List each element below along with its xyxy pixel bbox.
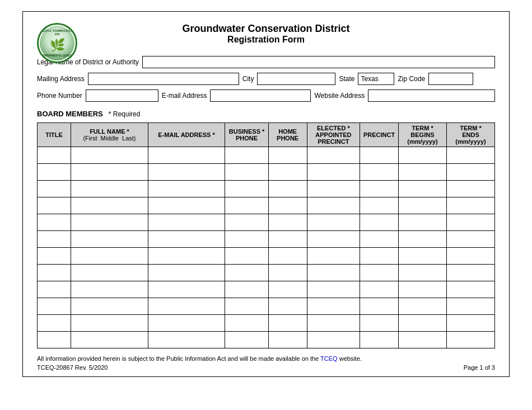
table-cell[interactable]	[307, 298, 360, 315]
table-cell[interactable]	[71, 265, 148, 281]
table-cell[interactable]	[360, 315, 399, 332]
table-cell[interactable]	[71, 332, 148, 348]
table-cell[interactable]	[360, 231, 399, 248]
table-cell[interactable]	[360, 281, 399, 298]
table-cell[interactable]	[446, 181, 494, 197]
table-cell[interactable]	[71, 181, 148, 197]
table-cell[interactable]	[225, 281, 268, 298]
table-cell[interactable]	[307, 147, 360, 164]
table-cell[interactable]	[360, 298, 399, 315]
table-cell[interactable]	[398, 181, 446, 197]
table-cell[interactable]	[398, 332, 446, 348]
table-cell[interactable]	[398, 298, 446, 315]
table-cell[interactable]	[38, 164, 71, 181]
table-cell[interactable]	[446, 315, 494, 332]
table-cell[interactable]	[446, 298, 494, 315]
table-cell[interactable]	[268, 214, 307, 231]
table-cell[interactable]	[38, 181, 71, 197]
table-cell[interactable]	[307, 265, 360, 281]
table-cell[interactable]	[268, 332, 307, 348]
state-input[interactable]	[358, 73, 394, 85]
table-cell[interactable]	[38, 265, 71, 281]
tceq-link[interactable]: TCEQ	[320, 355, 338, 362]
table-cell[interactable]	[360, 265, 399, 281]
table-cell[interactable]	[307, 181, 360, 197]
table-cell[interactable]	[225, 147, 268, 164]
table-cell[interactable]	[268, 298, 307, 315]
table-cell[interactable]	[38, 281, 71, 298]
table-cell[interactable]	[360, 181, 399, 197]
table-cell[interactable]	[148, 164, 225, 181]
table-cell[interactable]	[225, 332, 268, 348]
table-cell[interactable]	[398, 265, 446, 281]
table-cell[interactable]	[38, 332, 71, 348]
table-cell[interactable]	[148, 197, 225, 214]
table-cell[interactable]	[38, 214, 71, 231]
table-cell[interactable]	[398, 214, 446, 231]
table-cell[interactable]	[148, 248, 225, 265]
table-cell[interactable]	[398, 197, 446, 214]
table-cell[interactable]	[307, 315, 360, 332]
table-cell[interactable]	[38, 315, 71, 332]
table-cell[interactable]	[360, 332, 399, 348]
table-cell[interactable]	[268, 181, 307, 197]
table-cell[interactable]	[307, 197, 360, 214]
table-cell[interactable]	[307, 281, 360, 298]
table-cell[interactable]	[71, 147, 148, 164]
table-cell[interactable]	[398, 315, 446, 332]
table-cell[interactable]	[225, 214, 268, 231]
table-cell[interactable]	[446, 265, 494, 281]
table-cell[interactable]	[148, 298, 225, 315]
phone-input[interactable]	[86, 89, 158, 102]
table-cell[interactable]	[38, 298, 71, 315]
table-cell[interactable]	[360, 197, 399, 214]
table-cell[interactable]	[38, 231, 71, 248]
table-cell[interactable]	[360, 147, 399, 164]
table-cell[interactable]	[225, 164, 268, 181]
table-cell[interactable]	[446, 147, 494, 164]
table-cell[interactable]	[360, 248, 399, 265]
email-input[interactable]	[210, 89, 311, 102]
table-cell[interactable]	[225, 231, 268, 248]
table-cell[interactable]	[268, 231, 307, 248]
table-cell[interactable]	[71, 248, 148, 265]
table-cell[interactable]	[307, 332, 360, 348]
table-cell[interactable]	[148, 231, 225, 248]
table-cell[interactable]	[148, 147, 225, 164]
table-cell[interactable]	[268, 164, 307, 181]
table-cell[interactable]	[225, 315, 268, 332]
city-input[interactable]	[257, 73, 335, 85]
table-cell[interactable]	[225, 197, 268, 214]
table-cell[interactable]	[71, 231, 148, 248]
table-cell[interactable]	[268, 197, 307, 214]
table-cell[interactable]	[307, 231, 360, 248]
table-cell[interactable]	[71, 315, 148, 332]
table-cell[interactable]	[398, 231, 446, 248]
table-cell[interactable]	[398, 164, 446, 181]
table-cell[interactable]	[307, 214, 360, 231]
table-cell[interactable]	[446, 332, 494, 348]
table-cell[interactable]	[225, 248, 268, 265]
legal-name-input[interactable]	[142, 56, 495, 68]
table-cell[interactable]	[225, 265, 268, 281]
table-cell[interactable]	[446, 248, 494, 265]
table-cell[interactable]	[268, 281, 307, 298]
table-cell[interactable]	[225, 298, 268, 315]
table-cell[interactable]	[446, 231, 494, 248]
table-cell[interactable]	[360, 214, 399, 231]
table-cell[interactable]	[446, 281, 494, 298]
table-cell[interactable]	[148, 181, 225, 197]
mailing-address-input[interactable]	[88, 73, 239, 85]
table-cell[interactable]	[268, 248, 307, 265]
table-cell[interactable]	[446, 164, 494, 181]
table-cell[interactable]	[268, 265, 307, 281]
table-cell[interactable]	[71, 281, 148, 298]
table-cell[interactable]	[446, 197, 494, 214]
table-cell[interactable]	[398, 248, 446, 265]
table-cell[interactable]	[71, 197, 148, 214]
table-cell[interactable]	[38, 147, 71, 164]
table-cell[interactable]	[360, 164, 399, 181]
table-cell[interactable]	[38, 197, 71, 214]
table-cell[interactable]	[148, 214, 225, 231]
website-input[interactable]	[368, 89, 495, 102]
